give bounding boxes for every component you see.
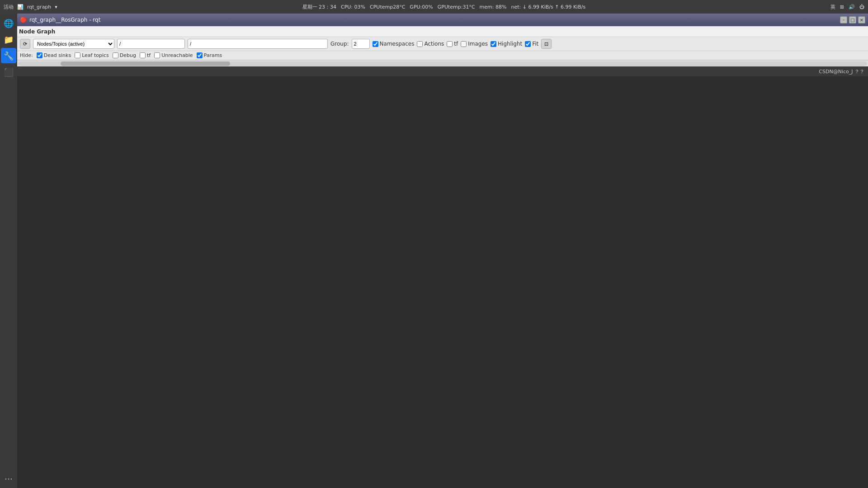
- namespaces-label[interactable]: Namespaces: [373, 41, 415, 47]
- title-bar-left: 🔴 rqt_graph__RosGraph - rqt: [20, 17, 100, 23]
- group-input[interactable]: [352, 39, 370, 49]
- leaf-topics-checkbox[interactable]: [75, 52, 80, 58]
- toolbar: ⟳ Nodes/Topics (active) Group: Namespace…: [17, 37, 868, 51]
- sidebar-icon-rqt[interactable]: 🔧: [1, 48, 16, 63]
- title-bar-right: － □ ✕: [840, 16, 865, 23]
- left-sidebar: 🌐 📁 🔧 ⬛ ⋯: [0, 14, 17, 488]
- system-bar-right: 英 ⊞ 🔊 ⏻: [830, 4, 864, 10]
- sidebar-icon-chrome[interactable]: 🌐: [1, 15, 16, 31]
- fit-button[interactable]: ⊡: [541, 39, 552, 49]
- unreachable-label[interactable]: Unreachable: [154, 52, 193, 58]
- system-bar-center: 星期一 23：34 CPU: 03% CPUtemp28°C GPU:00% G…: [302, 4, 586, 10]
- actions-checkbox[interactable]: [417, 41, 423, 47]
- power-icon[interactable]: ⏻: [859, 4, 864, 10]
- fit-checkbox[interactable]: [525, 41, 531, 47]
- debug-checkbox[interactable]: [113, 52, 118, 58]
- page-title-label: Node Graph: [19, 28, 55, 35]
- scrollbar-thumb[interactable]: [61, 61, 231, 66]
- scrollbar-track[interactable]: [18, 61, 867, 66]
- actions-label[interactable]: Actions: [417, 41, 444, 47]
- main-window: 🔴 rqt_graph__RosGraph - rqt － □ ✕ Node G…: [17, 14, 868, 76]
- close-button[interactable]: ✕: [858, 16, 865, 23]
- gputemp-info: GPUtemp:31°C: [438, 4, 475, 10]
- gpu-info: GPU:00%: [410, 4, 433, 10]
- app-icon: 📊: [17, 4, 24, 10]
- mem-info: mem: 88%: [480, 4, 507, 10]
- title-bar: 🔴 rqt_graph__RosGraph - rqt － □ ✕: [17, 14, 868, 26]
- dead-sinks-label[interactable]: Dead sinks: [37, 52, 71, 58]
- cputemp-info: CPUtemp28°C: [370, 4, 405, 10]
- net-info: net: ↓ 6.99 KiB/s ↑ 6.99 KiB/s: [511, 4, 585, 10]
- highlight-label[interactable]: Highlight: [491, 41, 522, 47]
- horizontal-scrollbar[interactable]: [17, 60, 868, 66]
- namespaces-checkbox[interactable]: [373, 41, 378, 47]
- window-icon: 🔴: [20, 17, 27, 23]
- params-label[interactable]: Params: [197, 52, 222, 58]
- status-bar: CSDN@Nico_J ？？: [17, 66, 868, 76]
- images-label[interactable]: Images: [461, 41, 488, 47]
- debug-label[interactable]: Debug: [113, 52, 136, 58]
- window-title: rqt_graph__RosGraph - rqt: [29, 17, 100, 23]
- filter-row: Hide: Dead sinks Leaf topics Debug tf Un…: [17, 51, 868, 60]
- tf-label[interactable]: tf: [447, 41, 458, 47]
- volume-icon[interactable]: 🔊: [849, 4, 855, 10]
- filter-input-2[interactable]: [188, 39, 328, 49]
- display-mode-select[interactable]: Nodes/Topics (active): [33, 39, 114, 49]
- activities-label[interactable]: 活动: [4, 4, 14, 10]
- dead-sinks-checkbox[interactable]: [37, 52, 42, 58]
- tf-hide-checkbox[interactable]: [140, 52, 146, 58]
- window-manager-icon[interactable]: ⊞: [840, 4, 844, 10]
- cpu-info: CPU: 03%: [341, 4, 365, 10]
- unreachable-checkbox[interactable]: [154, 52, 160, 58]
- group-label: Group:: [330, 41, 349, 47]
- minimize-button[interactable]: －: [840, 16, 847, 23]
- sidebar-icon-vscode[interactable]: ⬛: [1, 64, 16, 80]
- refresh-button[interactable]: ⟳: [20, 39, 30, 49]
- sidebar-icon-apps[interactable]: ⋯: [1, 471, 16, 486]
- status-text: CSDN@Nico_J ？？: [819, 68, 864, 75]
- system-bar-left: 活动 📊 rqt_graph ▾: [4, 4, 57, 10]
- datetime: 星期一 23：34: [302, 4, 337, 10]
- sidebar-icon-files[interactable]: 📁: [1, 32, 16, 47]
- app-arrow[interactable]: ▾: [55, 4, 57, 10]
- leaf-topics-label[interactable]: Leaf topics: [75, 52, 109, 58]
- fit-label[interactable]: Fit: [525, 41, 538, 47]
- tf-hide-label[interactable]: tf: [140, 52, 151, 58]
- images-checkbox[interactable]: [461, 41, 467, 47]
- lang-selector[interactable]: 英: [830, 4, 835, 10]
- hide-label: Hide:: [20, 52, 33, 58]
- tf-checkbox[interactable]: [447, 41, 453, 47]
- app-name[interactable]: rqt_graph: [27, 4, 51, 10]
- highlight-checkbox[interactable]: [491, 41, 496, 47]
- filter-input-1[interactable]: [117, 39, 185, 49]
- app-menu: Node Graph: [17, 26, 868, 37]
- system-bar: 活动 📊 rqt_graph ▾ 星期一 23：34 CPU: 03% CPUt…: [0, 0, 868, 14]
- maximize-button[interactable]: □: [849, 16, 856, 23]
- params-checkbox[interactable]: [197, 52, 203, 58]
